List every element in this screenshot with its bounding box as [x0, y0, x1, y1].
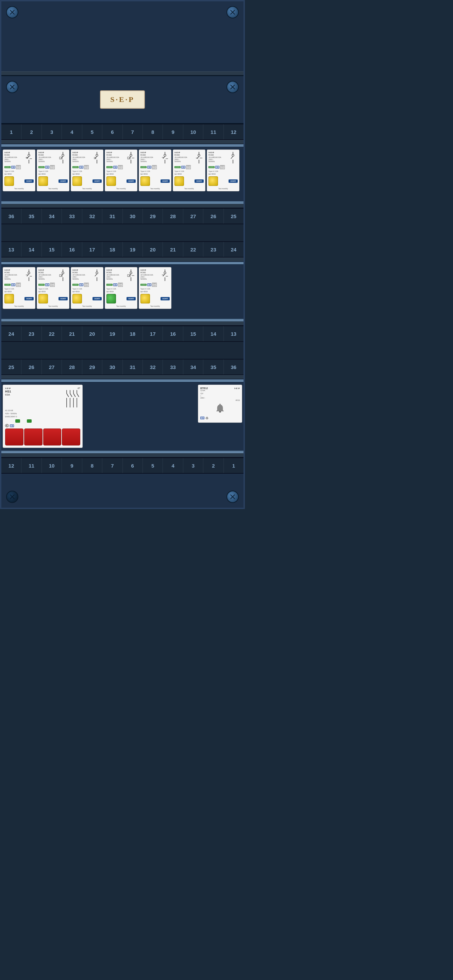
num-30: 30 [123, 208, 143, 224]
num-3-rev: 3 [183, 458, 203, 473]
num-8: 8 [143, 124, 163, 139]
breaker-7-off-button[interactable]: OOFF [228, 180, 238, 183]
breaker-1-brand: S·E·P [5, 151, 17, 154]
number-rail-24-13: 24 23 22 21 20 19 18 17 16 15 14 13 [2, 326, 244, 342]
din-rail-2 [2, 201, 244, 204]
breaker-5-off-button[interactable]: OOFF [161, 180, 170, 183]
num-26-r: 26 [203, 208, 223, 224]
number-rail-13-24: 13 14 15 16 17 18 19 20 21 22 23 24 [2, 241, 244, 258]
num-5: 5 [82, 124, 102, 139]
ms-model: HS1 [5, 390, 11, 393]
btr-rating: 12VA [200, 390, 208, 391]
breaker-c-off-button[interactable]: OOFF [93, 297, 102, 301]
breaker-a-schematic [24, 269, 33, 282]
breaker-b-off-button[interactable]: OOFF [59, 297, 68, 301]
num-12-rev: 12 [2, 458, 21, 473]
num-32: 32 [82, 208, 102, 224]
num-25-r: 25 [224, 208, 244, 224]
component-section: S·E·P HS1 63A 4P [2, 382, 244, 450]
breaker-6: S·E·P RCM2 1P+N/B16/0.03A 240V~ 50/60Hz … [173, 150, 206, 191]
num-15-r: 15 [183, 326, 203, 341]
num-4: 4 [62, 124, 82, 139]
num-33: 33 [62, 208, 82, 224]
num-36b: 36 [224, 360, 244, 374]
breaker-4: S·E·P RCM2 1P+N/B16/0.03A 240V~ 50/60Hz … [105, 150, 137, 191]
breaker-e-off-button[interactable]: OOFF [161, 297, 170, 301]
num-8-rev: 8 [82, 458, 102, 473]
din-rail-6 [2, 450, 244, 453]
breaker-1-badge-green: E000N [5, 166, 11, 168]
number-rail-top: 1 2 3 4 5 6 7 8 9 10 11 12 [2, 124, 244, 140]
num-24-r: 24 [2, 326, 21, 341]
breaker-2-off-button[interactable]: OOFF [59, 180, 68, 183]
num-33: 33 [163, 360, 183, 374]
breaker-1-test-label: Test monthly [5, 188, 33, 189]
ms-handle-4[interactable] [62, 428, 80, 445]
logo-section: S·E·P [2, 76, 244, 124]
num-26: 26 [21, 360, 41, 374]
breaker-e-indicator [140, 294, 150, 304]
breaker-2-brand: S·E·P [38, 151, 51, 154]
num-17-r: 17 [143, 326, 163, 341]
num-11: 11 [203, 124, 223, 139]
breaker-4-off-button[interactable]: OOFF [126, 180, 136, 183]
num-3: 3 [42, 124, 62, 139]
num-6-rev: 6 [123, 458, 143, 473]
breaker-6-indicator [174, 177, 184, 186]
ms-handles[interactable] [5, 428, 80, 445]
breaker-5: S·E·P RCM2 1P+N/B16/0.03A 240V~ 50/60Hz … [139, 150, 171, 191]
ms-indicator-1 [15, 419, 20, 423]
btr-recycle-icon: ♻ [205, 415, 211, 420]
num-13-r: 13 [224, 326, 244, 341]
svg-line-74 [77, 393, 79, 397]
ms-handle-3[interactable] [43, 428, 62, 445]
breaker-3-off-button[interactable]: OOFF [93, 180, 102, 183]
breaker-1-indicator [5, 177, 14, 186]
num-1: 1 [2, 124, 21, 139]
number-rail-25-36: 25 26 27 28 29 30 31 32 33 34 35 36 [2, 359, 244, 375]
breaker-b-indicator [38, 294, 48, 304]
num-24: 24 [224, 242, 244, 257]
num-22-r: 22 [42, 326, 62, 341]
breaker-d-off-button[interactable]: OOFF [126, 297, 136, 301]
svg-line-20 [129, 156, 131, 159]
ms-handle-2[interactable] [24, 428, 43, 445]
num-30: 30 [102, 360, 123, 374]
num-13: 13 [2, 242, 21, 257]
electrical-panel: S·E·P 1 2 3 4 5 6 7 8 9 10 11 12 S·E·P R… [0, 0, 245, 509]
num-22: 22 [183, 242, 203, 257]
breaker-6-off-button[interactable]: OOFF [195, 180, 204, 183]
num-31: 31 [123, 360, 143, 374]
breaker-2-model: RCM2 [38, 154, 51, 156]
wire-duct-3 [2, 258, 244, 262]
breaker-a: S·E·P RCM2 1P+N/B16/0.03A 240V~ 50/60Hz … [3, 267, 35, 309]
num-15: 15 [42, 242, 62, 257]
ms-k-badge: K [5, 424, 9, 427]
breaker-1-off-button[interactable]: OOFF [24, 180, 33, 183]
breaker-b: S·E·P RCM2 1P+N/B16/0.03A 240V~ 50/60Hz … [37, 267, 69, 309]
breaker-c: S·E·P RCM2 1P+N/B16/0.03A 240V~ 50/60Hz … [71, 267, 104, 309]
num-7: 7 [123, 124, 143, 139]
breaker-5-schematic [160, 151, 170, 164]
btr-module: BTR12 12VA S·E·P 12V ≈ 230V~ IP20 CE [198, 385, 242, 423]
ms-schematic [63, 390, 80, 408]
breaker-7-indicator [209, 177, 218, 186]
screw-top-right [226, 6, 239, 18]
num-10: 10 [183, 124, 203, 139]
breaker-a-off-button[interactable]: OOFF [24, 297, 33, 301]
svg-line-38 [231, 156, 233, 159]
breaker-3-schematic [92, 151, 102, 164]
breaker-row-1: S·E·P RCM2 1P+N/B16/0.03A 240V~ 50/60Hz [2, 147, 244, 201]
num-28: 28 [62, 360, 82, 374]
din-rail-3 [2, 262, 244, 264]
number-rail-36-25: 36 35 34 33 32 31 30 29 28 27 26 25 [2, 208, 244, 224]
num-14-r: 14 [203, 326, 223, 341]
sep-logo: S·E·P [100, 91, 145, 109]
screw-top-left [6, 6, 18, 18]
num-11-rev: 11 [21, 458, 41, 473]
svg-line-53 [95, 274, 97, 276]
breaker-2-schematic [58, 151, 68, 164]
num-4-rev: 4 [163, 458, 183, 473]
ms-handle-1[interactable] [5, 428, 24, 445]
num-19-r: 19 [102, 326, 123, 341]
